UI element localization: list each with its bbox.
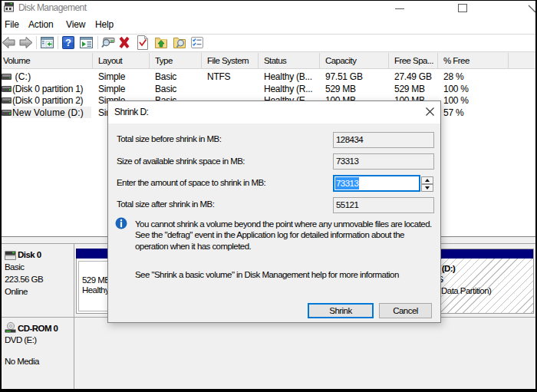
svg-text:?: ? [65,37,71,48]
